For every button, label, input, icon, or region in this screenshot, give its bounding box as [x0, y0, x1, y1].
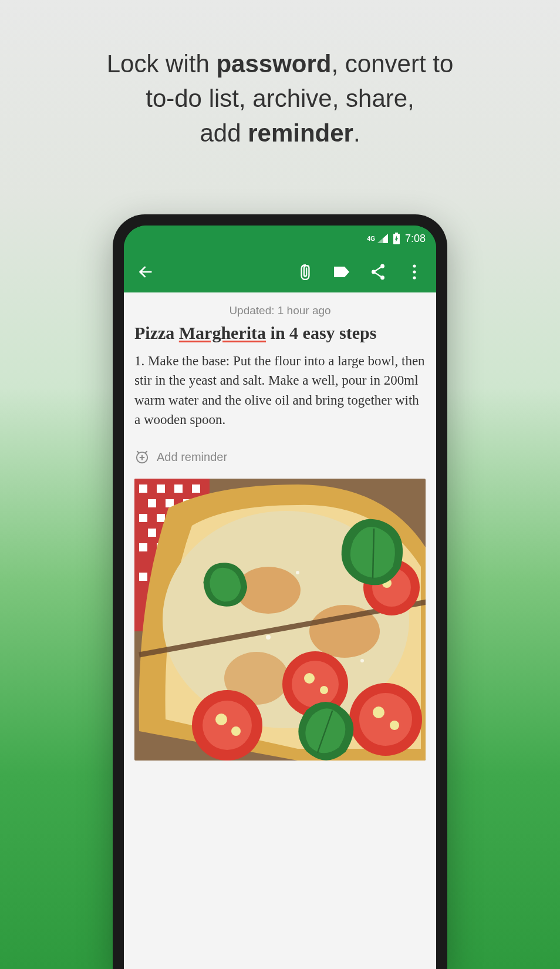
svg-rect-26: [157, 514, 165, 522]
svg-point-48: [231, 726, 241, 736]
svg-rect-19: [157, 484, 165, 493]
svg-point-9: [413, 270, 416, 273]
svg-point-52: [390, 721, 399, 730]
share-icon: [370, 264, 386, 280]
status-bar: 4G 7:08: [124, 226, 436, 251]
clock-label: 7:08: [405, 233, 426, 245]
svg-line-6: [375, 267, 381, 271]
svg-rect-21: [192, 484, 200, 493]
svg-point-10: [413, 276, 416, 279]
tag-button[interactable]: [326, 256, 357, 288]
svg-rect-20: [174, 484, 183, 493]
svg-rect-0: [395, 233, 398, 234]
svg-point-60: [296, 571, 299, 574]
note-title[interactable]: Pizza Margherita in 4 easy steps: [134, 321, 426, 351]
note-title-underlined: Margherita: [179, 323, 266, 342]
paperclip-icon: [298, 263, 313, 281]
tag-icon: [333, 265, 350, 278]
svg-point-58: [266, 635, 271, 640]
svg-rect-35: [139, 573, 147, 581]
add-reminder-label: Add reminder: [157, 450, 227, 464]
svg-point-50: [359, 693, 412, 746]
updated-label: Updated: 1 hour ago: [134, 301, 426, 321]
note-content-area: Updated: 1 hour ago Pizza Margherita in …: [124, 292, 436, 969]
note-title-text: Pizza: [134, 323, 179, 342]
svg-rect-32: [139, 543, 147, 551]
attachment-button[interactable]: [289, 256, 321, 288]
svg-rect-29: [148, 529, 156, 537]
signal-icon: [377, 234, 388, 243]
promo-headline: Lock with password, convert to to-do lis…: [0, 0, 560, 150]
svg-point-59: [360, 659, 364, 662]
svg-rect-18: [139, 484, 147, 493]
svg-line-15: [145, 452, 147, 453]
promo-text-bold: reminder: [248, 119, 353, 147]
promo-text: Lock with: [107, 50, 217, 78]
svg-point-47: [215, 714, 227, 725]
battery-icon: [393, 233, 400, 244]
app-toolbar: [124, 251, 436, 292]
promo-text: .: [353, 119, 360, 147]
promo-text: to-do list, archive, share,: [146, 85, 414, 112]
promo-text: add: [200, 119, 248, 147]
svg-point-8: [413, 264, 416, 267]
svg-rect-22: [148, 499, 156, 507]
phone-screen: 4G 7:08 Updated: 1 hour ago: [124, 226, 436, 969]
svg-point-42: [292, 661, 339, 708]
reminder-plus-icon: [134, 449, 150, 465]
svg-point-43: [304, 673, 315, 684]
share-button[interactable]: [362, 256, 394, 288]
overflow-menu-button[interactable]: [399, 256, 430, 288]
svg-point-46: [203, 701, 252, 750]
phone-frame: 4G 7:08 Updated: 1 hour ago: [113, 214, 447, 969]
note-title-text: in 4 easy steps: [266, 323, 376, 342]
pizza-illustration: [134, 479, 426, 761]
svg-line-14: [137, 452, 139, 453]
back-arrow-icon: [137, 264, 154, 280]
back-button[interactable]: [130, 256, 161, 288]
note-image[interactable]: [134, 479, 426, 761]
promo-text-bold: password: [216, 50, 331, 78]
network-label: 4G: [367, 235, 375, 242]
svg-point-44: [320, 686, 328, 694]
svg-rect-25: [139, 514, 147, 522]
more-vert-icon: [413, 264, 416, 280]
svg-line-7: [375, 273, 381, 277]
note-body[interactable]: 1. Make the base: Put the flour into a l…: [134, 351, 426, 441]
svg-point-51: [373, 706, 384, 718]
promo-text: , convert to: [332, 50, 454, 78]
add-reminder-button[interactable]: Add reminder: [134, 441, 426, 479]
